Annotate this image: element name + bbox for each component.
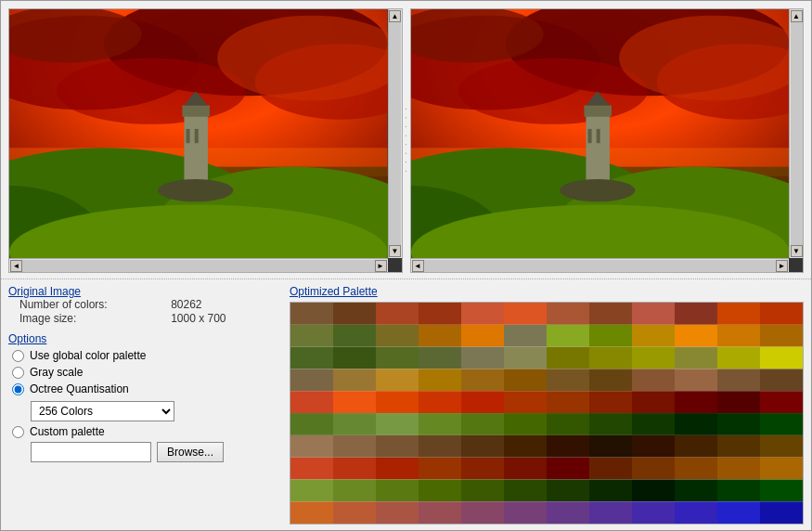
svg-rect-38 <box>290 303 333 325</box>
svg-rect-121 <box>760 435 803 458</box>
svg-rect-72 <box>717 347 760 369</box>
optimized-image-canvas <box>411 9 790 258</box>
svg-rect-117 <box>589 435 632 458</box>
radio-global-input[interactable] <box>12 350 24 362</box>
radio-octree-label: Octree Quantisation <box>30 382 129 395</box>
svg-rect-43 <box>504 303 547 325</box>
svg-rect-17 <box>195 129 199 143</box>
svg-rect-32 <box>586 110 609 187</box>
svg-rect-47 <box>675 303 717 325</box>
svg-rect-106 <box>632 413 675 435</box>
svg-rect-35 <box>587 129 591 143</box>
svg-rect-154 <box>632 501 675 524</box>
image-size-label: Image size: <box>19 312 163 325</box>
svg-rect-76 <box>376 369 419 391</box>
radio-custom-item[interactable]: Custom palette <box>12 425 282 438</box>
palette-grid <box>290 302 804 525</box>
svg-rect-73 <box>760 347 803 369</box>
svg-rect-53 <box>419 325 461 347</box>
svg-rect-46 <box>632 303 675 325</box>
num-colors-value: 80262 <box>171 298 282 311</box>
svg-rect-146 <box>290 501 333 524</box>
svg-rect-59 <box>675 325 717 347</box>
svg-rect-49 <box>760 303 803 325</box>
svg-rect-127 <box>504 458 547 480</box>
browse-row: Browse... <box>12 442 282 462</box>
svg-rect-83 <box>675 369 717 391</box>
scroll-down-btn[interactable]: ▼ <box>389 245 401 257</box>
optimized-scroll-vertical[interactable]: ▲ ▼ <box>789 9 803 258</box>
svg-rect-110 <box>290 435 333 458</box>
radio-grayscale-input[interactable] <box>12 367 24 379</box>
radio-custom-label: Custom palette <box>30 425 105 438</box>
svg-rect-57 <box>589 325 632 347</box>
dialog: ▲ ▼ ◄ ► · · · · · · · · <box>0 0 812 531</box>
opt-scroll-track-h[interactable] <box>424 260 777 272</box>
right-panel: Optimized Palette <box>290 285 804 525</box>
browse-button[interactable]: Browse... <box>157 442 224 462</box>
colors-dropdown-row: 256 Colors 128 Colors 64 Colors 32 Color… <box>12 401 282 421</box>
opt-scroll-up-btn[interactable]: ▲ <box>791 10 803 22</box>
radio-global-item[interactable]: Use global color palette <box>12 349 282 362</box>
original-scroll-vertical[interactable]: ▲ ▼ <box>388 9 402 258</box>
original-image-svg <box>9 9 388 258</box>
svg-rect-50 <box>290 325 333 347</box>
opt-scroll-right-btn[interactable]: ► <box>776 260 788 272</box>
svg-rect-64 <box>376 347 419 369</box>
svg-point-37 <box>559 179 635 201</box>
content-area: ▲ ▼ ◄ ► · · · · · · · · <box>1 1 811 531</box>
radio-custom-input[interactable] <box>12 426 24 438</box>
svg-rect-85 <box>760 369 803 391</box>
svg-rect-153 <box>589 501 632 524</box>
svg-rect-112 <box>376 435 419 458</box>
svg-rect-89 <box>419 391 461 413</box>
svg-rect-16 <box>187 129 190 143</box>
svg-rect-114 <box>461 435 504 458</box>
svg-rect-77 <box>419 369 461 391</box>
svg-rect-101 <box>419 413 461 435</box>
opt-scroll-down-btn[interactable]: ▼ <box>791 245 803 257</box>
svg-rect-132 <box>717 458 760 480</box>
svg-rect-87 <box>333 391 376 413</box>
radio-grayscale-item[interactable]: Gray scale <box>12 366 282 379</box>
svg-rect-111 <box>333 435 376 458</box>
top-panels: ▲ ▼ ◄ ► · · · · · · · · <box>8 8 804 273</box>
svg-point-4 <box>57 58 246 124</box>
svg-rect-58 <box>632 325 675 347</box>
svg-rect-94 <box>632 391 675 413</box>
svg-rect-140 <box>547 479 589 501</box>
svg-rect-122 <box>290 458 333 480</box>
original-scroll-horizontal[interactable]: ◄ ► <box>9 258 388 272</box>
svg-rect-14 <box>182 105 210 116</box>
svg-rect-51 <box>333 325 376 347</box>
svg-rect-103 <box>504 413 547 435</box>
svg-rect-150 <box>461 501 504 524</box>
svg-rect-56 <box>547 325 589 347</box>
svg-rect-148 <box>376 501 419 524</box>
original-image-section: Original Image Number of colors: 80262 I… <box>8 285 282 325</box>
svg-rect-108 <box>717 413 760 435</box>
svg-rect-149 <box>419 501 461 524</box>
scroll-track-h[interactable] <box>22 260 375 272</box>
radio-octree-input[interactable] <box>12 383 24 395</box>
num-colors-label: Number of colors: <box>19 298 163 311</box>
svg-rect-104 <box>547 413 589 435</box>
optimized-image-panel: ▲ ▼ ◄ ► <box>410 8 805 273</box>
svg-rect-39 <box>333 303 376 325</box>
scroll-up-btn[interactable]: ▲ <box>389 10 401 22</box>
scroll-left-btn[interactable]: ◄ <box>10 260 22 272</box>
scroll-track-v[interactable] <box>389 22 401 245</box>
radio-octree-item[interactable]: Octree Quantisation <box>12 382 282 395</box>
optimized-scroll-horizontal[interactable]: ◄ ► <box>411 258 790 272</box>
colors-dropdown[interactable]: 256 Colors 128 Colors 64 Colors 32 Color… <box>31 401 174 421</box>
opt-scroll-track-v[interactable] <box>791 22 803 245</box>
svg-rect-109 <box>760 413 803 435</box>
svg-rect-156 <box>717 501 760 524</box>
svg-rect-48 <box>717 303 760 325</box>
scroll-right-btn[interactable]: ► <box>375 260 387 272</box>
svg-rect-80 <box>547 369 589 391</box>
browse-input[interactable] <box>31 442 151 462</box>
radio-group: Use global color palette Gray scale Octr… <box>8 349 282 462</box>
svg-rect-88 <box>376 391 419 413</box>
opt-scroll-left-btn[interactable]: ◄ <box>412 260 424 272</box>
